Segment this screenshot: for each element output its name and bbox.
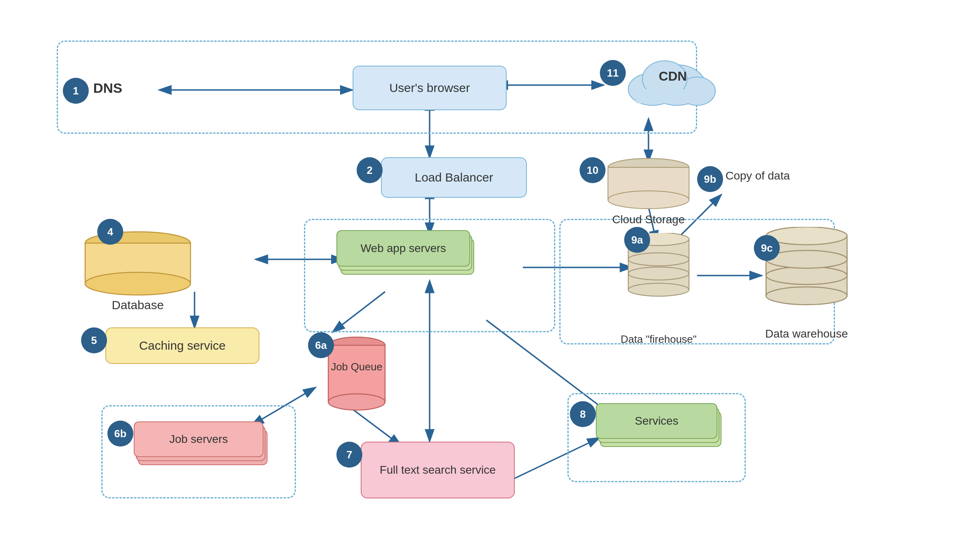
cylinder-cloud-storage: Cloud Storage [604,157,693,210]
badge-data-firehouse: 9a [624,227,650,253]
label-dns: DNS [93,80,122,96]
badge-full-text: 7 [336,442,362,468]
badge-caching: 5 [81,327,107,353]
svg-line-10 [353,409,401,446]
box-browser: User's browser [353,66,507,110]
label-services: Services [635,415,678,427]
svg-point-47 [766,267,847,284]
badge-lb: 2 [357,157,383,183]
label-cdn: CDN [632,69,713,84]
badge-cloud-storage: 10 [580,157,606,183]
cloud-cdn: CDN [620,45,717,111]
svg-point-32 [328,394,385,410]
badge-job-queue: 6a [308,332,334,358]
badge-services: 8 [570,401,596,427]
badge-copy-data: 9b [697,166,723,192]
badge-database: 4 [97,219,123,245]
svg-point-41 [628,253,689,266]
label-data-warehouse: Data warehouse [762,327,851,340]
diagram-container: 1 DNS User's browser 11 CDN 2 Load Balan… [0,0,963,560]
label-copy-data: Copy of data [725,169,790,182]
svg-point-38 [628,267,689,280]
svg-rect-23 [636,89,703,103]
cylinder-database: Database [81,231,195,296]
label-web-app: Web app servers [360,242,446,255]
box-load-balancer: Load Balancer [381,157,527,198]
box-web-app: Web app servers [336,230,474,287]
badge-dns: 1 [63,78,89,104]
label-job-servers: Job servers [169,433,228,446]
box-services: Services [596,403,725,460]
box-caching: Caching service [105,327,259,364]
svg-point-26 [608,191,689,209]
box-job-servers: Job servers [134,421,272,478]
svg-point-35 [628,283,689,296]
label-job-queue: Job Queue [324,361,389,373]
cylinder-job-queue: Job Queue [324,336,389,413]
label-cloud-storage: Cloud Storage [604,213,693,226]
badge-job-servers: 6b [107,421,133,447]
label-database: Database [81,298,195,312]
box-full-text: Full text search service [361,442,515,498]
badge-data-warehouse: 9c [754,235,780,261]
svg-point-44 [766,287,847,305]
svg-point-29 [85,272,190,295]
badge-cdn: 11 [600,60,626,86]
label-data-firehouse: Data "firehouse" [616,333,701,346]
